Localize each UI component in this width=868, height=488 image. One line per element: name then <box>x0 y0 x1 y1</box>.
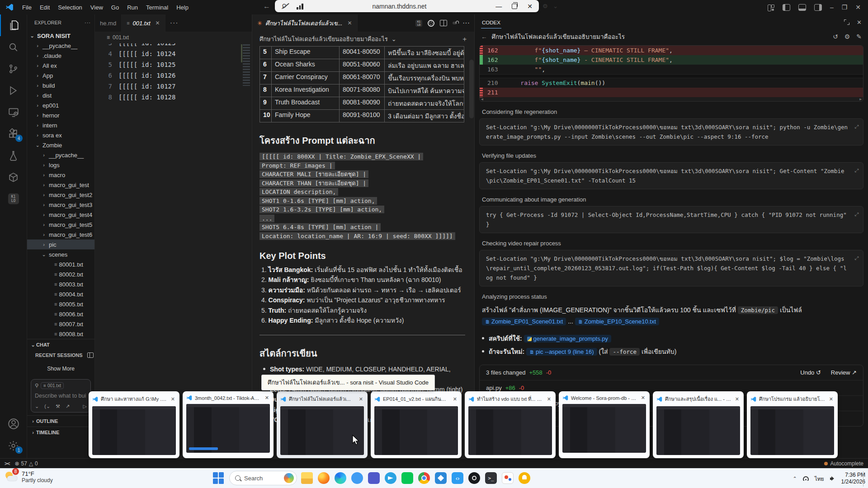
tree-item[interactable]: › macro_gui_test5 <box>27 220 94 230</box>
taskbar-app-icon[interactable] <box>318 472 330 484</box>
preview-screenshot[interactable] <box>186 404 270 453</box>
rdp-close-button[interactable]: ✕ <box>527 3 533 10</box>
tree-item[interactable]: ≡ 80002.txt <box>27 269 94 279</box>
taskbar-app-icon[interactable] <box>385 472 396 484</box>
tree-item[interactable]: ≡ 80001.txt <box>27 259 94 269</box>
explorer-more-actions-icon[interactable]: ··· <box>85 20 91 25</box>
menu-item[interactable]: Terminal <box>142 2 172 13</box>
tree-item[interactable]: ≡ 80008.txt <box>27 329 94 339</box>
expand-icon[interactable]: ⤢ <box>854 122 859 131</box>
window-preview-card[interactable]: 3month_0042.txt - Tiktok-Auto-... ✕ <box>183 391 274 458</box>
tree-item[interactable]: ≡ 80007.txt <box>27 319 94 329</box>
attach-icon[interactable]: ⚲ <box>35 383 38 389</box>
sessions-panel-icon[interactable] <box>87 352 94 358</box>
tree-item[interactable]: ⌄ Zombie <box>27 140 94 150</box>
tree-item[interactable]: › All ex <box>27 61 94 70</box>
outline-section-header[interactable]: ›OUTLINE <box>27 415 94 427</box>
preview-close-icon[interactable]: ✕ <box>734 396 740 402</box>
unpin-icon[interactable]: ⚲ <box>281 2 290 10</box>
scrollbar[interactable] <box>469 60 474 118</box>
window-preview-card[interactable]: EP014_01_v2.txt - แผนกินฟันดุกแ... ✕ <box>371 391 462 458</box>
rdp-back-arrow-icon[interactable]: ← <box>263 2 270 10</box>
script-link[interactable]: generate_image_prompts.py <box>524 335 612 343</box>
tab-001-txt[interactable]: ≡ 001.txt ✕ <box>122 14 165 32</box>
toggle-panel-icon[interactable] <box>798 4 806 11</box>
file-link[interactable]: 🗎Zombie_EP01_Scene01.txt <box>482 318 566 325</box>
preview-close-icon[interactable]: ✕ <box>452 396 458 402</box>
search-icon[interactable] <box>0 36 27 58</box>
preview-close-icon[interactable]: ✕ <box>264 395 270 401</box>
rdp-settings-icon[interactable]: ⚙ ⌄ <box>542 3 560 9</box>
tree-item[interactable]: › macro_gui_test6 <box>27 230 94 239</box>
explorer-icon[interactable] <box>0 14 27 36</box>
clock[interactable]: 7:36 PM 1/24/2026 <box>841 472 865 485</box>
run-debug-icon[interactable] <box>0 80 27 101</box>
autocomplete-status-label[interactable]: Autocomplete <box>830 460 863 467</box>
window-preview-card[interactable]: ศึกษาโปรแกรม แล้วอธิบายโ... - Auto-... ✕ <box>747 391 838 458</box>
toggle-sidebar-icon[interactable] <box>783 4 790 11</box>
window-preview-card[interactable]: ทำไมสร้าง vdo แบบ txt ที่... - Veo-... ✕ <box>465 391 556 458</box>
tab-overflow-icon[interactable]: ··· <box>165 14 183 32</box>
testing-icon[interactable] <box>0 145 27 166</box>
expand-icon[interactable]: ⤢ <box>854 253 859 263</box>
tray-chevron-icon[interactable]: ⌃ <box>793 476 797 482</box>
window-preview-card[interactable]: ศึกษา และหาทางแก้ G:\My ... - Veo-... ✕ <box>89 391 179 458</box>
preview-screenshot[interactable] <box>92 406 176 455</box>
taskbar-app-icon[interactable] <box>418 472 430 484</box>
source-control-icon[interactable] <box>0 58 27 80</box>
kilo-code-icon[interactable]: K1LO <box>415 20 422 27</box>
taskbar-app-icon[interactable] <box>368 472 380 484</box>
window-close-button[interactable]: ✕ <box>855 4 861 11</box>
remote-explorer-icon[interactable] <box>0 101 27 123</box>
show-desktop-button[interactable] <box>863 471 865 487</box>
tree-item[interactable]: › intern <box>27 120 94 130</box>
tree-item[interactable]: › macro <box>27 170 94 180</box>
taskbar-app-icon[interactable] <box>401 472 413 484</box>
menu-item[interactable]: Run <box>123 2 142 13</box>
taskbar-app-icon[interactable] <box>452 472 463 484</box>
window-preview-card[interactable]: ศึกษาและสรุปเนื้อเรื่อง แ... - intern -.… <box>653 391 744 458</box>
window-minimize-button[interactable]: – <box>830 4 834 11</box>
tree-item[interactable]: › pic <box>27 239 94 249</box>
preview-close-icon[interactable]: ✕ <box>640 395 646 401</box>
tree-item[interactable]: › __pycache__ <box>27 150 94 160</box>
taskbar-app-icon[interactable] <box>485 472 497 484</box>
tab-close-icon[interactable]: ✕ <box>347 20 352 26</box>
file-link[interactable]: 🗎Zombie_EP10_Scene10.txt <box>575 318 659 325</box>
tree-item[interactable]: › .claude <box>27 51 94 61</box>
start-button[interactable] <box>212 472 225 484</box>
taskbar-app-icon[interactable] <box>502 472 514 484</box>
expand-icon[interactable]: ⤢ <box>854 166 859 175</box>
chat-input-box[interactable]: ⚲ ≡001.txt Describe what to bui ⌄ (⌄ ⚒ ↗… <box>31 379 91 413</box>
horizontal-scrollbar[interactable]: ◀▶ <box>480 97 863 101</box>
preview-screenshot[interactable] <box>562 404 646 453</box>
back-icon[interactable]: ← <box>481 33 487 40</box>
tree-item[interactable]: ≡ 80005.txt <box>27 299 94 309</box>
preview-close-icon[interactable]: ✕ <box>828 396 834 402</box>
network-icon[interactable] <box>803 476 809 481</box>
forward-icon[interactable]: ↗ <box>66 404 70 409</box>
tree-item[interactable]: › sora ex <box>27 130 94 140</box>
account-icon[interactable] <box>0 413 27 435</box>
preview-close-icon[interactable]: ✕ <box>170 396 176 402</box>
doc-title-row[interactable]: ศึกษาไฟล์ในโฟลเดอร์แล้วเขียนออธิบายมาคือ… <box>252 32 474 46</box>
weather-widget[interactable]: 8 71°F Partly cloudy <box>5 470 53 483</box>
tree-item[interactable]: › __pycache__ <box>27 41 94 51</box>
tree-item[interactable]: ≡ 80003.txt <box>27 279 94 289</box>
tree-item[interactable]: › ep001 <box>27 100 94 110</box>
history-icon[interactable]: ↺ <box>833 33 838 40</box>
timeline-section-header[interactable]: ›TIMELINE <box>27 427 94 438</box>
more-actions-icon[interactable]: ··· <box>462 19 470 27</box>
chat-placeholder[interactable]: Describe what to bui <box>35 392 87 404</box>
customize-layout-icon[interactable] <box>768 5 774 10</box>
show-more-link[interactable]: Show More <box>27 360 94 376</box>
docker-icon[interactable] <box>0 166 27 188</box>
close-panel-icon[interactable]: ✕ <box>857 19 862 26</box>
taskbar-app-icon[interactable] <box>351 472 363 484</box>
split-editor-icon[interactable] <box>440 20 447 26</box>
rdp-restore-button[interactable] <box>512 4 517 9</box>
taskbar-search[interactable]: Search <box>229 471 297 485</box>
tools-icon[interactable]: ⚒ <box>56 404 60 409</box>
taskbar-app-icon[interactable] <box>335 472 346 484</box>
rdp-minimize-button[interactable]: — <box>495 3 502 10</box>
